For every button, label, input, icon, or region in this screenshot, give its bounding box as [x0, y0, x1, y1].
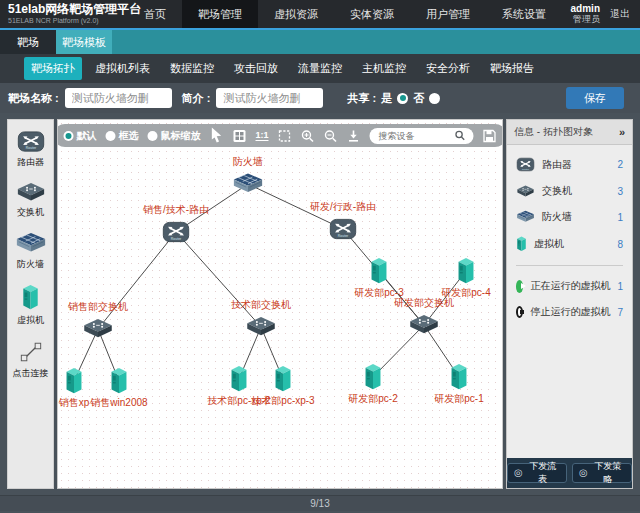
subtab-data-monitor[interactable]: 数据监控 [163, 57, 221, 80]
running-icon [516, 280, 523, 293]
mode-default-radio[interactable] [63, 131, 73, 141]
menu-item-range-management[interactable]: 靶场管理 [182, 0, 258, 28]
menu-item-virtual-resources[interactable]: 虚拟资源 [258, 0, 334, 28]
collapse-panel-icon[interactable]: » [619, 126, 625, 138]
menu-item-user-management[interactable]: 用户管理 [410, 0, 486, 28]
device-search [370, 128, 474, 144]
info-count: 1 [617, 281, 623, 292]
range-desc-input[interactable] [216, 88, 323, 108]
palette-item-connect[interactable]: 点击连接 [13, 340, 49, 380]
node-label: 研发部pc-3 [354, 286, 403, 300]
zoom-out-icon[interactable] [324, 129, 338, 143]
panel-divider [516, 265, 623, 266]
share-group: 共享 : 是 否 [347, 91, 440, 106]
palette-item-firewall[interactable]: 防火墙 [15, 232, 47, 271]
mode-box-select-radio[interactable] [105, 131, 115, 141]
switch-icon [82, 318, 114, 340]
connect-icon [19, 340, 43, 364]
info-label: 停止运行的虚拟机 [530, 305, 610, 319]
info-label: 交换机 [542, 184, 610, 198]
switch-icon [16, 182, 46, 203]
deploy-flow-table-button[interactable]: ◎ 下发流表 [507, 463, 567, 483]
node-label: 技术部交换机 [231, 298, 291, 312]
firewall-icon [15, 232, 47, 255]
subtab-vm-list[interactable]: 虚拟机列表 [88, 57, 157, 80]
palette-item-vm[interactable]: 虚拟机 [17, 284, 44, 327]
info-panel-body: Router 路由器 2 交换机 3 防火墙 1 虚拟机 8 [507, 145, 632, 458]
device-palette: Router 路由器 交换机 防火墙 虚拟机 点击连接 [7, 119, 54, 489]
info-panel-header: 信息 - 拓扑图对象 » [507, 120, 632, 145]
node-label: 技术部pc-xp-3 [251, 394, 314, 408]
palette-label: 虚拟机 [17, 314, 44, 327]
subtab-security-analysis[interactable]: 安全分析 [419, 57, 477, 80]
palette-item-switch[interactable]: 交换机 [16, 182, 46, 219]
palette-label: 点击连接 [13, 367, 49, 380]
subtab-traffic-monitor[interactable]: 流量监控 [291, 57, 349, 80]
save-button[interactable]: 保存 [566, 87, 624, 109]
button-label: 下发流表 [526, 460, 560, 486]
main-menu: 首页 靶场管理 虚拟资源 实体资源 用户管理 系统设置 [128, 0, 562, 28]
save-topology-icon[interactable] [483, 129, 497, 143]
node-label: 研发部pc-4 [441, 286, 490, 300]
logout-button[interactable]: 退出 [610, 7, 630, 21]
info-count: 7 [617, 307, 623, 318]
gear-icon: ◎ [579, 468, 588, 478]
menu-item-physical-resources[interactable]: 实体资源 [334, 0, 410, 28]
share-no-radio[interactable] [429, 93, 440, 104]
mode-label: 框选 [118, 129, 138, 143]
vm-icon [110, 367, 129, 395]
mode-label: 鼠标缩放 [160, 129, 200, 143]
subtab-range-report[interactable]: 靶场报告 [483, 57, 541, 80]
cursor-icon[interactable] [209, 129, 223, 143]
topology-canvas[interactable]: 默认 框选 鼠标缩放 1:1 [57, 119, 503, 489]
zoom-in-icon[interactable] [301, 129, 315, 143]
fit-screen-icon[interactable] [278, 129, 292, 143]
share-yes-radio[interactable] [397, 93, 408, 104]
node-label: 销售/技术-路由 [143, 203, 209, 217]
vm-icon [65, 367, 84, 395]
page-indicator: 9/13 [310, 498, 329, 509]
subtab-topology[interactable]: 靶场拓扑 [24, 57, 82, 80]
info-row-vm: 虚拟机 8 [507, 230, 632, 258]
canvas-toolbar: 默认 框选 鼠标缩放 1:1 [57, 124, 503, 147]
download-icon[interactable] [347, 129, 361, 143]
search-icon[interactable] [455, 130, 466, 141]
mode-default[interactable]: 默认 [63, 129, 96, 143]
info-count: 8 [617, 239, 623, 250]
tab-range[interactable]: 靶场 [0, 30, 56, 54]
range-desc-label: 简介 : [182, 91, 211, 106]
switch-icon [516, 185, 535, 198]
info-row-stopped-vms: 停止运行的虚拟机 7 [507, 299, 632, 325]
firewall-icon [516, 210, 535, 224]
info-panel-title: 信息 - 拓扑图对象 [514, 125, 619, 139]
palette-item-router[interactable]: Router 路由器 [17, 130, 45, 169]
subtab-bar: 靶场拓扑 虚拟机列表 数据监控 攻击回放 流量监控 主机监控 安全分析 靶场报告 [0, 54, 640, 83]
device-search-input[interactable] [379, 131, 455, 141]
range-name-input[interactable] [65, 88, 172, 108]
subtab-attack-replay[interactable]: 攻击回放 [227, 57, 285, 80]
router-icon: Router [162, 221, 190, 244]
page-footer: 9/13 [0, 495, 640, 511]
svg-text:Router: Router [171, 237, 182, 241]
subtab-host-monitor[interactable]: 主机监控 [355, 57, 413, 80]
one-to-one-icon[interactable]: 1:1 [255, 130, 268, 141]
info-label: 路由器 [542, 158, 610, 172]
deploy-policy-button[interactable]: ◎ 下发策略 [572, 463, 632, 483]
mode-mouse-zoom[interactable]: 鼠标缩放 [147, 129, 200, 143]
vm-icon [457, 257, 476, 285]
info-panel: 信息 - 拓扑图对象 » Router 路由器 2 交换机 3 防火墙 1 虚拟… [506, 119, 633, 489]
overview-icon[interactable] [232, 129, 246, 143]
mode-box-select[interactable]: 框选 [105, 129, 138, 143]
panel-footer: ◎ 下发流表 ◎ 下发策略 [507, 458, 632, 488]
node-label: 研发部pc-1 [434, 392, 483, 406]
menu-item-system-settings[interactable]: 系统设置 [486, 0, 562, 28]
button-label: 下发策略 [591, 460, 625, 486]
switch-icon [408, 314, 440, 336]
switch-icon [245, 316, 277, 338]
tab-range-template[interactable]: 靶场模板 [56, 30, 112, 54]
mode-mouse-zoom-radio[interactable] [147, 131, 157, 141]
menu-item-home[interactable]: 首页 [128, 0, 182, 28]
svg-text:Router: Router [25, 146, 36, 150]
share-no-label: 否 [413, 91, 424, 106]
username: admin [571, 3, 600, 14]
